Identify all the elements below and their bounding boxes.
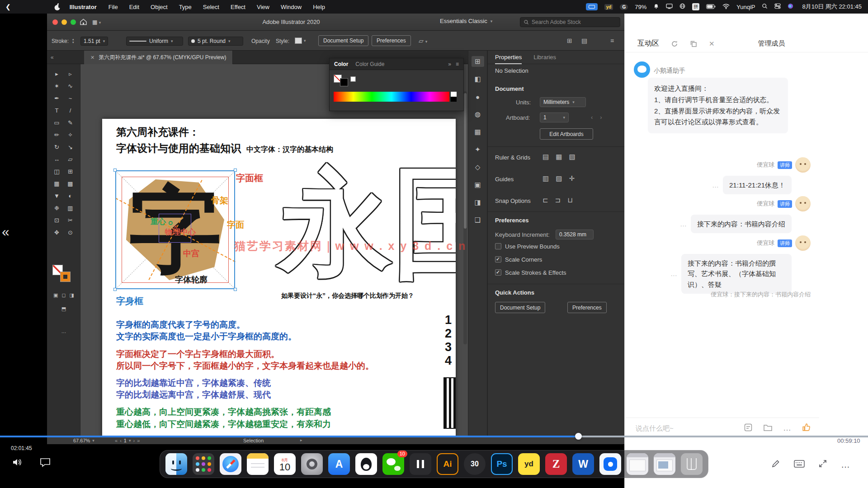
use-preview-bounds-checkbox[interactable]: [495, 243, 501, 249]
shape-builder-tool[interactable]: ◫: [50, 165, 64, 177]
apple-logo-icon[interactable]: [54, 3, 61, 11]
collapse-tools-icon[interactable]: «: [51, 54, 54, 61]
qa-preferences-button[interactable]: Preferences: [567, 302, 607, 313]
menubar-username[interactable]: YunqiP: [736, 4, 755, 10]
transparency-grid-icon[interactable]: ▧: [569, 153, 575, 161]
magic-wand-tool[interactable]: ✶: [50, 80, 64, 92]
close-window-button[interactable]: [52, 19, 58, 25]
close-document-icon[interactable]: ✕: [90, 55, 94, 61]
shaper-tool[interactable]: ✧: [64, 129, 77, 141]
zoom-window-button[interactable]: [71, 19, 76, 25]
answer-card-icon[interactable]: [744, 423, 753, 434]
canvas-scrollbar[interactable]: [463, 91, 467, 344]
edit-toolbar-icon[interactable]: …: [47, 328, 80, 334]
dock-notes-icon[interactable]: [247, 453, 269, 475]
brush-preset-dropdown[interactable]: 5 pt. Round▾: [188, 37, 243, 46]
align-grid-icon[interactable]: ⊞: [567, 37, 572, 44]
pencil-tool[interactable]: ✏: [50, 129, 64, 141]
fill-stroke-control[interactable]: [52, 265, 72, 284]
notification-bell-icon[interactable]: [653, 3, 659, 11]
chat-input[interactable]: [636, 424, 722, 432]
dock-photoshop-icon[interactable]: Ps: [491, 453, 513, 475]
dock-illustrator-icon[interactable]: Ai: [437, 453, 458, 475]
direct-selection-tool[interactable]: ▹: [64, 68, 77, 80]
tab-interaction-zone[interactable]: 互动区: [637, 39, 659, 48]
annotate-pencil-icon[interactable]: [771, 459, 780, 470]
menu-effect[interactable]: Effect: [231, 4, 245, 10]
rotate-tool[interactable]: ↻: [50, 141, 64, 153]
zoom-tool[interactable]: ⊙: [64, 226, 77, 238]
stroke-weight-field[interactable]: 1.51 pt▾: [80, 37, 108, 46]
dock-settings-icon[interactable]: [301, 453, 323, 475]
show-guides-icon[interactable]: ▥: [542, 174, 549, 183]
qa-document-setup-button[interactable]: Document Setup: [495, 302, 545, 313]
dock-zotero-icon[interactable]: Z: [545, 453, 567, 475]
perspective-grid-tool[interactable]: ⊞: [64, 165, 77, 177]
volume-icon[interactable]: [12, 457, 23, 469]
mesh-tool[interactable]: ▦: [50, 178, 64, 189]
symbols-panel-icon[interactable]: ◇: [472, 162, 484, 173]
player-edge-back-icon[interactable]: «: [2, 224, 9, 239]
transform-reference-icon[interactable]: ▱ ▾: [419, 37, 427, 44]
progress-handle[interactable]: [575, 433, 582, 440]
scale-strokes-checkbox[interactable]: [495, 269, 501, 276]
style-swatch-dropdown[interactable]: ▾: [295, 38, 306, 44]
collapse-panel-icon[interactable]: »: [448, 61, 451, 67]
symbol-sprayer-tool[interactable]: ❉: [50, 202, 64, 214]
blend-tool[interactable]: ◐: [64, 190, 77, 202]
menu-window[interactable]: Window: [281, 4, 302, 10]
color-panel-icon[interactable]: ●: [472, 91, 484, 102]
dock-word-icon[interactable]: W: [572, 453, 594, 475]
snap-grid-icon[interactable]: ⊏: [542, 196, 548, 204]
document-setup-button[interactable]: Document Setup: [318, 35, 368, 46]
control-center-icon[interactable]: [774, 3, 781, 10]
dock-calendar-icon[interactable]: 8月10: [274, 453, 296, 475]
search-input[interactable]: [532, 19, 609, 25]
tab-libraries[interactable]: Libraries: [533, 54, 556, 61]
menu-help[interactable]: Help: [313, 4, 325, 10]
preferences-button[interactable]: Preferences: [372, 35, 411, 46]
artboard-nav-arrows[interactable]: ‹›: [591, 114, 602, 121]
more-options-icon[interactable]: …: [841, 460, 850, 470]
more-icon[interactable]: …: [783, 423, 791, 433]
popout-icon[interactable]: [690, 40, 697, 47]
curvature-tool[interactable]: ~: [64, 92, 77, 104]
menubar-datetime[interactable]: 8月10日 周六 22:01:45: [802, 3, 862, 11]
stroke-swatch[interactable]: [60, 272, 71, 282]
free-transform-tool[interactable]: ▱: [64, 153, 77, 165]
artboard[interactable]: 第六周补充课件： 字体设计与使用的基础知识 中文字体：汉字的基本结构 字: [102, 119, 456, 436]
scale-corners-checkbox[interactable]: [495, 256, 501, 263]
column-graph-tool[interactable]: ▥: [64, 202, 77, 214]
artboard-dropdown[interactable]: 1▾: [540, 113, 569, 122]
dock-qq-icon[interactable]: [355, 453, 377, 475]
display-icon[interactable]: [666, 4, 673, 10]
dock-launchpad-icon[interactable]: [193, 453, 214, 475]
color-spectrum[interactable]: [334, 92, 449, 102]
dock-window-preview[interactable]: [654, 453, 675, 475]
folder-icon[interactable]: [763, 423, 773, 433]
dock-finder-icon[interactable]: [165, 453, 187, 475]
dock-pause-icon[interactable]: [410, 453, 431, 475]
color-guide-panel-icon[interactable]: ◍: [472, 109, 484, 120]
draw-mode-buttons[interactable]: ▣◻◨: [47, 292, 80, 298]
dock-wechat-icon[interactable]: 10: [382, 453, 404, 475]
close-icon[interactable]: ✕: [709, 40, 715, 48]
message-actions-icon[interactable]: …: [670, 270, 677, 277]
youdao-menubar-icon[interactable]: yd: [604, 4, 613, 10]
grid-icon[interactable]: ▦: [556, 153, 562, 161]
status-flyout-icon[interactable]: ▸: [300, 438, 302, 442]
wifi-icon[interactable]: [722, 4, 730, 10]
menu-object[interactable]: Object: [151, 4, 168, 10]
menu-edit[interactable]: Edit: [129, 4, 139, 10]
stroke-profile-dropdown[interactable]: Uniform▾: [126, 37, 183, 46]
tab-manage-members[interactable]: 管理成员: [758, 39, 785, 48]
danmaku-chat-icon[interactable]: [40, 457, 51, 469]
scale-tool[interactable]: ↘: [64, 141, 77, 153]
latest-message-preview[interactable]: 便宜球：接下来的内容：书籍内容介绍: [711, 291, 811, 299]
dock-tencent-meeting-icon[interactable]: [599, 453, 621, 475]
dock-skip-30-icon[interactable]: 30: [464, 453, 486, 475]
ruler-icon[interactable]: ▤: [542, 153, 549, 161]
black-swatch[interactable]: [340, 78, 348, 86]
black-white-ramp[interactable]: [450, 92, 457, 102]
line-segment-tool[interactable]: /: [64, 104, 77, 116]
